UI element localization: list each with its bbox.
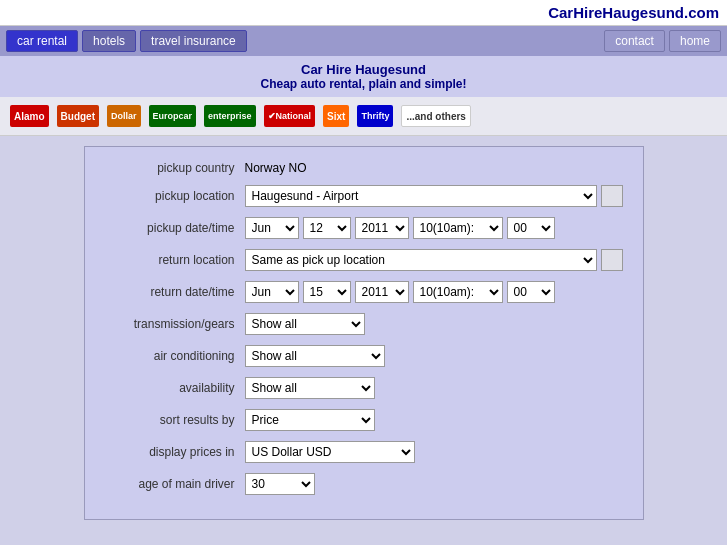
pickup-year-select[interactable]: 201120122013 bbox=[355, 217, 409, 239]
brand-dollar[interactable]: Dollar bbox=[107, 105, 141, 127]
transmission-select[interactable]: Show allAutomaticManual bbox=[245, 313, 365, 335]
availability-label: availability bbox=[105, 381, 245, 395]
transmission-label: transmission/gears bbox=[105, 317, 245, 331]
form-container: pickup country Norway NO pickup location… bbox=[84, 146, 644, 520]
nav-hotels[interactable]: hotels bbox=[82, 30, 136, 52]
pickup-location-row: pickup location Haugesund - Airport bbox=[105, 185, 623, 207]
pickup-datetime-label: pickup date/time bbox=[105, 221, 245, 235]
page-subtitle: Cheap auto rental, plain and simple! bbox=[0, 77, 727, 91]
return-year-select[interactable]: 201120122013 bbox=[355, 281, 409, 303]
brand-others[interactable]: ...and others bbox=[401, 105, 470, 127]
nav-bar: car rental hotels travel insurance conta… bbox=[0, 26, 727, 56]
pickup-datetime-controls: JunJanFebMarAprMayJulAugSepOctNovDec 121… bbox=[245, 217, 623, 239]
age-label: age of main driver bbox=[105, 477, 245, 491]
return-location-select[interactable]: Same as pick up location bbox=[245, 249, 597, 271]
return-location-controls: Same as pick up location bbox=[245, 249, 623, 271]
aircon-row: air conditioning Show allWith ACWithout … bbox=[105, 345, 623, 367]
return-min-select[interactable]: 00153045 bbox=[507, 281, 555, 303]
brand-national[interactable]: ✔National bbox=[264, 105, 316, 127]
pickup-min-select[interactable]: 00153045 bbox=[507, 217, 555, 239]
pickup-location-label: pickup location bbox=[105, 189, 245, 203]
return-month-select[interactable]: JunJanFebMarAprMayJulAugSepOctNovDec bbox=[245, 281, 299, 303]
transmission-row: transmission/gears Show allAutomaticManu… bbox=[105, 313, 623, 335]
nav-travel-insurance[interactable]: travel insurance bbox=[140, 30, 247, 52]
availability-row: availability Show allAvailable only bbox=[105, 377, 623, 399]
return-datetime-controls: JunJanFebMarAprMayJulAugSepOctNovDec 151… bbox=[245, 281, 623, 303]
return-map-button[interactable] bbox=[601, 249, 623, 271]
pickup-month-select[interactable]: JunJanFebMarAprMayJulAugSepOctNovDec bbox=[245, 217, 299, 239]
brand-europcar[interactable]: Europcar bbox=[149, 105, 197, 127]
pickup-hour-select[interactable]: 10(10am):00(12am):01(1am):02(2am):06(6am… bbox=[413, 217, 503, 239]
return-hour-select[interactable]: 10(10am):00(12am):01(1am):06(6am):08(8am… bbox=[413, 281, 503, 303]
nav-right: contact home bbox=[604, 30, 721, 52]
brand-enterprise[interactable]: enterprise bbox=[204, 105, 256, 127]
return-location-label: return location bbox=[105, 253, 245, 267]
brand-budget[interactable]: Budget bbox=[57, 105, 99, 127]
display-row: display prices in US Dollar USDEuro EURB… bbox=[105, 441, 623, 463]
return-datetime-row: return date/time JunJanFebMarAprMayJulAu… bbox=[105, 281, 623, 303]
sort-label: sort results by bbox=[105, 413, 245, 427]
return-datetime-label: return date/time bbox=[105, 285, 245, 299]
pickup-day-select[interactable]: 1212345678910111314151617181920212223242… bbox=[303, 217, 351, 239]
return-day-select[interactable]: 1512345678910111213141617181920212223242… bbox=[303, 281, 351, 303]
brand-alamo[interactable]: Alamo bbox=[10, 105, 49, 127]
pickup-map-button[interactable] bbox=[601, 185, 623, 207]
display-select[interactable]: US Dollar USDEuro EURBritish Pound GBPNo… bbox=[245, 441, 415, 463]
aircon-label: air conditioning bbox=[105, 349, 245, 363]
brand-thrifty[interactable]: Thrifty bbox=[357, 105, 393, 127]
pickup-country-value: Norway NO bbox=[245, 161, 623, 175]
main-content: pickup country Norway NO pickup location… bbox=[0, 136, 727, 530]
availability-select[interactable]: Show allAvailable only bbox=[245, 377, 375, 399]
site-title: CarHireHaugesund.com bbox=[548, 4, 719, 21]
sort-row: sort results by PriceNameCategory bbox=[105, 409, 623, 431]
nav-car-rental[interactable]: car rental bbox=[6, 30, 78, 52]
page-header: Car Hire Haugesund Cheap auto rental, pl… bbox=[0, 56, 727, 97]
page-title: Car Hire Haugesund bbox=[0, 62, 727, 77]
pickup-country-row: pickup country Norway NO bbox=[105, 161, 623, 175]
nav-home[interactable]: home bbox=[669, 30, 721, 52]
age-row: age of main driver 302122232425262728293… bbox=[105, 473, 623, 495]
brands-bar: Alamo Budget Dollar Europcar enterprise … bbox=[0, 97, 727, 136]
pickup-location-select[interactable]: Haugesund - Airport bbox=[245, 185, 597, 207]
sort-select[interactable]: PriceNameCategory bbox=[245, 409, 375, 431]
brand-sixt[interactable]: Sixt bbox=[323, 105, 349, 127]
nav-left: car rental hotels travel insurance bbox=[6, 30, 247, 52]
pickup-datetime-row: pickup date/time JunJanFebMarAprMayJulAu… bbox=[105, 217, 623, 239]
pickup-location-controls: Haugesund - Airport bbox=[245, 185, 623, 207]
aircon-select[interactable]: Show allWith ACWithout AC bbox=[245, 345, 385, 367]
top-bar: CarHireHaugesund.com bbox=[0, 0, 727, 26]
return-location-row: return location Same as pick up location bbox=[105, 249, 623, 271]
nav-contact[interactable]: contact bbox=[604, 30, 665, 52]
pickup-country-label: pickup country bbox=[105, 161, 245, 175]
age-select[interactable]: 3021222324252627282931323334354045505560… bbox=[245, 473, 315, 495]
display-label: display prices in bbox=[105, 445, 245, 459]
